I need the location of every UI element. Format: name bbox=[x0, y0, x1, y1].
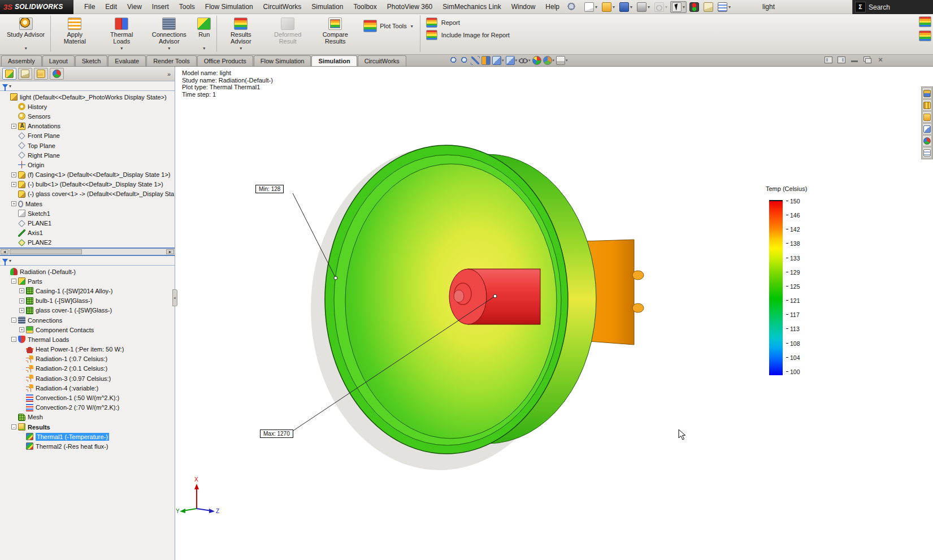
scroll-left-icon[interactable]: ◄ bbox=[1, 249, 8, 254]
pin-menu-icon[interactable] bbox=[567, 2, 576, 11]
command-button[interactable]: Study Advisor bbox=[2, 15, 49, 52]
graphics-area[interactable]: X Y Z Model name: lightStudy name: Radia… bbox=[175, 67, 933, 560]
command-tab[interactable]: Sketch bbox=[75, 55, 108, 66]
view-tool-button[interactable] bbox=[506, 56, 518, 65]
view-tool-button[interactable] bbox=[492, 56, 504, 65]
tree-item[interactable]: Sensors bbox=[0, 111, 175, 121]
command-button[interactable]: Deformed Result bbox=[264, 15, 311, 52]
toolbar-button[interactable] bbox=[670, 1, 687, 13]
task-pane-button[interactable] bbox=[922, 123, 932, 134]
include-image-small-icon[interactable] bbox=[919, 31, 931, 41]
tree-item[interactable]: Convection-2 (:70 W/(m^2.K):) bbox=[0, 403, 175, 413]
view-tool-button[interactable] bbox=[543, 56, 555, 65]
menu-item[interactable]: File bbox=[79, 1, 100, 13]
filter-dropdown-icon[interactable]: ▾ bbox=[9, 84, 11, 89]
tree-item[interactable]: + Casing-1 (-[SW]2014 Alloy-) bbox=[0, 286, 175, 296]
expand-toggle[interactable]: + bbox=[11, 182, 16, 187]
tree-item[interactable]: Sketch1 bbox=[0, 209, 175, 218]
tree-item[interactable]: light (Default<<Default>_PhotoWorks Disp… bbox=[0, 92, 175, 102]
tree-item[interactable]: Radiation-2 (:0.1 Celsius:) bbox=[0, 364, 175, 374]
tree-item[interactable]: Heat Power-1 (:Per item: 50 W:) bbox=[0, 345, 175, 354]
menu-item[interactable]: PhotoView 360 bbox=[382, 1, 438, 13]
expand-toggle[interactable]: - bbox=[11, 424, 16, 429]
expand-toggle[interactable]: + bbox=[19, 288, 24, 293]
command-button[interactable]: Compare Results bbox=[311, 15, 359, 52]
view-tool-button[interactable] bbox=[519, 56, 531, 65]
tree-item[interactable]: Right Plane bbox=[0, 150, 175, 160]
command-tab[interactable]: Layout bbox=[42, 55, 75, 66]
tree-item[interactable]: Origin bbox=[0, 160, 175, 170]
tree-item[interactable]: + Mates bbox=[0, 199, 175, 209]
tree-item[interactable]: Radiation-1 (:0.7 Celsius:) bbox=[0, 354, 175, 364]
menu-item[interactable]: Tools bbox=[174, 1, 200, 13]
expand-toggle[interactable]: - bbox=[11, 337, 16, 342]
menu-item[interactable]: View bbox=[122, 1, 147, 13]
command-tab[interactable]: CircuitWorks bbox=[358, 55, 406, 66]
menu-item[interactable]: Flow Simulation bbox=[200, 1, 258, 13]
tree-item[interactable]: + (-) bulb<1> (Default<<Default>_Display… bbox=[0, 180, 175, 189]
restore-icon[interactable] bbox=[863, 57, 871, 63]
expand-toggle[interactable]: - bbox=[11, 318, 16, 323]
expand-toggle[interactable]: + bbox=[11, 201, 16, 206]
command-tab[interactable]: Simulation bbox=[311, 55, 357, 66]
tree-horizontal-scrollbar[interactable]: ◄ ► bbox=[0, 248, 175, 256]
tree-item[interactable]: Radiation (-Default-) bbox=[0, 267, 175, 276]
menu-item[interactable]: Edit bbox=[100, 1, 122, 13]
tree-item[interactable]: PLANE1 bbox=[0, 218, 175, 228]
expand-toggle[interactable]: + bbox=[19, 308, 24, 313]
command-button[interactable]: Thermal Loads bbox=[98, 15, 145, 52]
command-tab[interactable]: Evaluate bbox=[108, 55, 146, 66]
task-pane-button[interactable] bbox=[922, 99, 932, 111]
task-pane-button[interactable] bbox=[922, 135, 932, 146]
tree-item[interactable]: - Thermal Loads bbox=[0, 335, 175, 344]
search-box[interactable]: Search bbox=[852, 0, 933, 14]
min-annotation[interactable]: Min: 128 bbox=[255, 185, 284, 193]
view-tool-button[interactable] bbox=[532, 56, 541, 65]
command-tab[interactable]: Render Tools bbox=[146, 55, 197, 66]
panel-overflow-chevron[interactable]: » bbox=[167, 71, 172, 77]
command-button[interactable]: Connections Advisor bbox=[145, 15, 193, 52]
tree-item[interactable]: (-) glass cover<1> -> (Default<<Default>… bbox=[0, 189, 175, 199]
menu-item[interactable]: Window bbox=[506, 1, 541, 13]
command-button[interactable]: Include Image for Report bbox=[426, 30, 510, 40]
tree-item[interactable]: Mesh bbox=[0, 413, 175, 422]
tree-item[interactable]: Radiation-3 (:0.97 Celsius:) bbox=[0, 374, 175, 383]
view-tool-button[interactable] bbox=[556, 56, 568, 65]
view-tool-button[interactable] bbox=[471, 56, 480, 65]
tab-propertymanager[interactable] bbox=[18, 68, 32, 80]
tree-item[interactable]: + bulb-1 (-[SW]Glass-) bbox=[0, 296, 175, 306]
minimize-icon[interactable] bbox=[850, 57, 858, 63]
scroll-right-icon[interactable]: ► bbox=[166, 249, 174, 254]
tree-item[interactable]: + (f) Casing<1> (Default<<Default>_Displ… bbox=[0, 170, 175, 180]
scrollbar-thumb[interactable] bbox=[10, 249, 82, 254]
expand-toggle[interactable]: + bbox=[19, 298, 24, 303]
command-button[interactable]: Plot Tools bbox=[359, 18, 418, 33]
report-small-icon[interactable] bbox=[919, 16, 931, 27]
pane-right-icon[interactable] bbox=[837, 57, 845, 63]
tab-displaymanager[interactable] bbox=[50, 68, 64, 80]
menu-item[interactable]: Simulation bbox=[306, 1, 348, 13]
command-tab[interactable]: Flow Simulation bbox=[254, 55, 311, 66]
task-pane-button[interactable] bbox=[922, 147, 932, 158]
toolbar-button[interactable] bbox=[635, 1, 652, 13]
tree-item[interactable]: + Component Contacts bbox=[0, 325, 175, 335]
tree-item[interactable]: Radiation-4 (:variable:) bbox=[0, 383, 175, 393]
toolbar-button[interactable] bbox=[600, 1, 617, 13]
toolbar-button[interactable] bbox=[688, 1, 701, 13]
command-button[interactable]: Apply Material bbox=[50, 15, 98, 52]
filter-dropdown-icon[interactable]: ▾ bbox=[9, 258, 11, 263]
filter-icon[interactable] bbox=[2, 259, 8, 263]
expand-toggle[interactable]: + bbox=[19, 327, 24, 332]
task-pane-button[interactable] bbox=[922, 111, 932, 123]
tab-featuremanager[interactable] bbox=[2, 68, 16, 80]
command-button[interactable]: Report bbox=[426, 18, 510, 28]
pane-left-icon[interactable] bbox=[824, 57, 832, 63]
expand-toggle[interactable]: - bbox=[11, 279, 16, 284]
filter-icon[interactable] bbox=[2, 84, 8, 88]
expand-toggle[interactable]: + bbox=[11, 124, 16, 129]
tab-configurationmanager[interactable] bbox=[34, 68, 48, 80]
panel-collapse-handle[interactable] bbox=[172, 289, 177, 306]
view-tool-button[interactable] bbox=[481, 56, 491, 65]
toolbar-button[interactable] bbox=[702, 1, 715, 13]
tree-item[interactable]: - Results bbox=[0, 422, 175, 432]
